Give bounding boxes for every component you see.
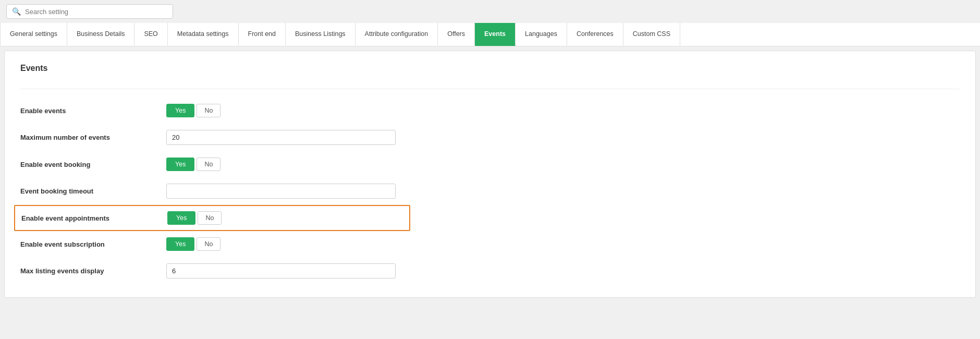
text-input-event-booking-timeout[interactable] [166, 184, 396, 199]
no-button-enable-events[interactable]: No [197, 104, 220, 117]
setting-control-event-booking-timeout [166, 184, 396, 199]
setting-label-enable-event-booking: Enable event booking [20, 161, 166, 168]
tab-offers[interactable]: Offers [438, 23, 475, 46]
setting-label-maximum-number-of-events: Maximum number of events [20, 134, 166, 141]
no-button-enable-event-booking[interactable]: No [197, 158, 220, 171]
setting-label-event-booking-timeout: Event booking timeout [20, 187, 166, 195]
setting-control-enable-events: YesNo [166, 104, 220, 117]
search-icon: 🔍 [12, 7, 21, 16]
tab-general-settings[interactable]: General settings [0, 23, 67, 46]
tab-events[interactable]: Events [475, 23, 516, 46]
tab-conferences[interactable]: Conferences [567, 23, 623, 46]
tab-seo[interactable]: SEO [134, 23, 167, 46]
yes-button-enable-events[interactable]: Yes [166, 104, 194, 117]
yes-button-enable-event-appointments[interactable]: Yes [167, 211, 195, 225]
search-input-wrapper: 🔍 [6, 4, 173, 19]
section-title: Events [20, 64, 960, 78]
settings-container: Enable eventsYesNoMaximum number of even… [20, 98, 960, 285]
setting-control-maximum-number-of-events [166, 130, 396, 145]
tab-languages[interactable]: Languages [516, 23, 567, 46]
setting-control-enable-event-booking: YesNo [166, 158, 220, 171]
setting-control-enable-event-appointments: YesNo [167, 211, 222, 225]
search-input[interactable] [25, 8, 167, 16]
setting-row-event-booking-timeout: Event booking timeout [20, 177, 416, 205]
no-button-enable-event-subscription[interactable]: No [197, 237, 220, 251]
setting-label-enable-event-appointments: Enable event appointments [21, 214, 167, 222]
yes-button-enable-event-subscription[interactable]: Yes [166, 237, 194, 251]
text-input-max-listing-events-display[interactable] [166, 263, 396, 279]
tab-front-end[interactable]: Front end [239, 23, 286, 46]
main-content: Events Enable eventsYesNoMaximum number … [4, 51, 976, 298]
setting-label-max-listing-events-display: Max listing events display [20, 267, 166, 275]
settings-divider [20, 89, 960, 89]
search-bar: 🔍 [0, 0, 980, 23]
tab-business-details[interactable]: Business Details [67, 23, 134, 46]
setting-row-max-listing-events-display: Max listing events display [20, 257, 416, 285]
tabs-bar: General settingsBusiness DetailsSEOMetad… [0, 23, 980, 46]
setting-row-enable-event-subscription: Enable event subscriptionYesNo [20, 231, 416, 257]
tab-custom-css[interactable]: Custom CSS [623, 23, 680, 46]
tab-attribute-configuration[interactable]: Attribute configuration [356, 23, 438, 46]
no-button-enable-event-appointments[interactable]: No [198, 211, 222, 225]
setting-row-enable-events: Enable eventsYesNo [20, 98, 416, 124]
tab-metadata-settings[interactable]: Metadata settings [168, 23, 239, 46]
setting-row-maximum-number-of-events: Maximum number of events [20, 124, 416, 151]
setting-control-enable-event-subscription: YesNo [166, 237, 220, 251]
tab-business-listings[interactable]: Business Listings [286, 23, 356, 46]
setting-label-enable-event-subscription: Enable event subscription [20, 240, 166, 248]
setting-label-enable-events: Enable events [20, 107, 166, 115]
setting-control-max-listing-events-display [166, 263, 396, 279]
setting-row-enable-event-appointments: Enable event appointmentsYesNo [14, 205, 410, 231]
yes-button-enable-event-booking[interactable]: Yes [166, 158, 194, 171]
setting-row-enable-event-booking: Enable event bookingYesNo [20, 151, 416, 177]
text-input-maximum-number-of-events[interactable] [166, 130, 396, 145]
